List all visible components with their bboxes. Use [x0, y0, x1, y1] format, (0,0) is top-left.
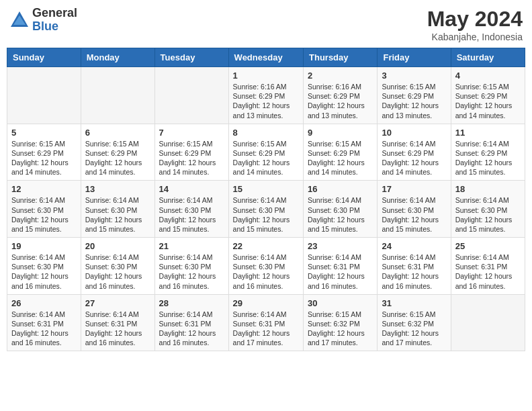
day-number: 25 — [455, 241, 521, 251]
day-content: Sunrise: 6:14 AM Sunset: 6:30 PM Dayligh… — [85, 195, 150, 234]
day-number: 27 — [85, 298, 150, 308]
calendar-week-row: 26Sunrise: 6:14 AM Sunset: 6:31 PM Dayli… — [7, 294, 525, 351]
weekday-header-friday: Friday — [378, 48, 451, 67]
day-content: Sunrise: 6:15 AM Sunset: 6:32 PM Dayligh… — [308, 310, 373, 348]
calendar-week-row: 19Sunrise: 6:14 AM Sunset: 6:30 PM Dayli… — [7, 238, 525, 295]
calendar-day-cell: 19Sunrise: 6:14 AM Sunset: 6:30 PM Dayli… — [7, 238, 81, 295]
day-content: Sunrise: 6:14 AM Sunset: 6:30 PM Dayligh… — [455, 195, 521, 234]
day-content: Sunrise: 6:14 AM Sunset: 6:30 PM Dayligh… — [11, 195, 77, 234]
calendar-day-cell: 14Sunrise: 6:14 AM Sunset: 6:30 PM Dayli… — [154, 181, 228, 238]
calendar-day-cell: 17Sunrise: 6:14 AM Sunset: 6:30 PM Dayli… — [378, 181, 451, 238]
empty-cell — [154, 67, 228, 124]
calendar-day-cell: 3Sunrise: 6:15 AM Sunset: 6:29 PM Daylig… — [378, 67, 451, 124]
calendar-day-cell: 10Sunrise: 6:14 AM Sunset: 6:29 PM Dayli… — [378, 124, 451, 181]
day-number: 18 — [455, 184, 521, 194]
calendar-day-cell: 31Sunrise: 6:15 AM Sunset: 6:32 PM Dayli… — [378, 294, 451, 351]
day-number: 10 — [382, 128, 446, 138]
calendar-day-cell: 16Sunrise: 6:14 AM Sunset: 6:30 PM Dayli… — [304, 181, 378, 238]
day-number: 31 — [382, 298, 446, 308]
day-number: 30 — [308, 298, 373, 308]
day-content: Sunrise: 6:14 AM Sunset: 6:31 PM Dayligh… — [11, 310, 77, 348]
day-number: 2 — [308, 71, 373, 81]
logo-general-text: General — [32, 7, 77, 20]
logo-text: General Blue — [32, 7, 77, 34]
day-content: Sunrise: 6:14 AM Sunset: 6:29 PM Dayligh… — [455, 139, 521, 177]
day-content: Sunrise: 6:14 AM Sunset: 6:31 PM Dayligh… — [233, 310, 299, 348]
day-content: Sunrise: 6:16 AM Sunset: 6:29 PM Dayligh… — [233, 82, 299, 120]
calendar-day-cell: 30Sunrise: 6:15 AM Sunset: 6:32 PM Dayli… — [304, 294, 378, 351]
day-number: 26 — [11, 298, 77, 308]
day-content: Sunrise: 6:16 AM Sunset: 6:29 PM Dayligh… — [308, 82, 373, 120]
day-number: 21 — [159, 241, 224, 251]
weekday-header-tuesday: Tuesday — [154, 48, 228, 67]
calendar-day-cell: 23Sunrise: 6:14 AM Sunset: 6:31 PM Dayli… — [304, 238, 378, 295]
empty-cell — [7, 67, 81, 124]
weekday-header-monday: Monday — [81, 48, 154, 67]
day-content: Sunrise: 6:14 AM Sunset: 6:31 PM Dayligh… — [455, 253, 521, 291]
empty-cell — [451, 294, 525, 351]
calendar-day-cell: 2Sunrise: 6:16 AM Sunset: 6:29 PM Daylig… — [304, 67, 378, 124]
day-number: 12 — [11, 184, 77, 194]
day-number: 1 — [233, 71, 299, 81]
calendar-day-cell: 29Sunrise: 6:14 AM Sunset: 6:31 PM Dayli… — [228, 294, 303, 351]
calendar-day-cell: 9Sunrise: 6:15 AM Sunset: 6:29 PM Daylig… — [304, 124, 378, 181]
calendar-day-cell: 6Sunrise: 6:15 AM Sunset: 6:29 PM Daylig… — [81, 124, 154, 181]
logo: General Blue — [9, 7, 77, 34]
month-title: May 2024 — [427, 7, 523, 32]
calendar-day-cell: 26Sunrise: 6:14 AM Sunset: 6:31 PM Dayli… — [7, 294, 81, 351]
calendar-day-cell: 12Sunrise: 6:14 AM Sunset: 6:30 PM Dayli… — [7, 181, 81, 238]
weekday-header-thursday: Thursday — [304, 48, 378, 67]
calendar-day-cell: 1Sunrise: 6:16 AM Sunset: 6:29 PM Daylig… — [228, 67, 303, 124]
day-number: 4 — [455, 71, 521, 81]
calendar-day-cell: 22Sunrise: 6:14 AM Sunset: 6:30 PM Dayli… — [228, 238, 303, 295]
location-subtitle: Kabanjahe, Indonesia — [427, 32, 523, 42]
day-number: 19 — [11, 241, 77, 251]
day-number: 22 — [233, 241, 299, 251]
calendar-week-row: 12Sunrise: 6:14 AM Sunset: 6:30 PM Dayli… — [7, 181, 525, 238]
day-number: 23 — [308, 241, 373, 251]
calendar-day-cell: 13Sunrise: 6:14 AM Sunset: 6:30 PM Dayli… — [81, 181, 154, 238]
calendar-day-cell: 4Sunrise: 6:15 AM Sunset: 6:29 PM Daylig… — [451, 67, 525, 124]
calendar-day-cell: 28Sunrise: 6:14 AM Sunset: 6:31 PM Dayli… — [154, 294, 228, 351]
calendar-week-row: 1Sunrise: 6:16 AM Sunset: 6:29 PM Daylig… — [7, 67, 525, 124]
day-content: Sunrise: 6:15 AM Sunset: 6:32 PM Dayligh… — [382, 310, 446, 348]
day-number: 15 — [233, 184, 299, 194]
calendar-week-row: 5Sunrise: 6:15 AM Sunset: 6:29 PM Daylig… — [7, 124, 525, 181]
weekday-header-saturday: Saturday — [451, 48, 525, 67]
day-content: Sunrise: 6:15 AM Sunset: 6:29 PM Dayligh… — [85, 139, 150, 177]
calendar-day-cell: 8Sunrise: 6:15 AM Sunset: 6:29 PM Daylig… — [228, 124, 303, 181]
day-content: Sunrise: 6:15 AM Sunset: 6:29 PM Dayligh… — [382, 82, 446, 120]
header: General Blue May 2024 Kabanjahe, Indones… — [7, 7, 525, 42]
calendar-day-cell: 5Sunrise: 6:15 AM Sunset: 6:29 PM Daylig… — [7, 124, 81, 181]
day-number: 14 — [159, 184, 224, 194]
day-content: Sunrise: 6:14 AM Sunset: 6:30 PM Dayligh… — [308, 195, 373, 234]
day-content: Sunrise: 6:14 AM Sunset: 6:30 PM Dayligh… — [382, 195, 446, 234]
day-number: 13 — [85, 184, 150, 194]
day-number: 9 — [308, 128, 373, 138]
day-number: 7 — [159, 128, 224, 138]
logo-icon — [9, 10, 30, 30]
day-number: 20 — [85, 241, 150, 251]
day-content: Sunrise: 6:14 AM Sunset: 6:30 PM Dayligh… — [233, 253, 299, 291]
day-content: Sunrise: 6:14 AM Sunset: 6:31 PM Dayligh… — [85, 310, 150, 348]
calendar-day-cell: 15Sunrise: 6:14 AM Sunset: 6:30 PM Dayli… — [228, 181, 303, 238]
day-content: Sunrise: 6:14 AM Sunset: 6:29 PM Dayligh… — [382, 139, 446, 177]
day-content: Sunrise: 6:14 AM Sunset: 6:31 PM Dayligh… — [159, 310, 224, 348]
day-content: Sunrise: 6:15 AM Sunset: 6:29 PM Dayligh… — [233, 139, 299, 177]
day-content: Sunrise: 6:15 AM Sunset: 6:29 PM Dayligh… — [11, 139, 77, 177]
day-number: 11 — [455, 128, 521, 138]
calendar-day-cell: 24Sunrise: 6:14 AM Sunset: 6:31 PM Dayli… — [378, 238, 451, 295]
day-content: Sunrise: 6:14 AM Sunset: 6:30 PM Dayligh… — [11, 253, 77, 291]
calendar-table: SundayMondayTuesdayWednesdayThursdayFrid… — [7, 48, 525, 351]
day-number: 17 — [382, 184, 446, 194]
empty-cell — [81, 67, 154, 124]
day-content: Sunrise: 6:14 AM Sunset: 6:31 PM Dayligh… — [308, 253, 373, 291]
weekday-header-wednesday: Wednesday — [228, 48, 303, 67]
day-content: Sunrise: 6:14 AM Sunset: 6:30 PM Dayligh… — [159, 195, 224, 234]
calendar-day-cell: 20Sunrise: 6:14 AM Sunset: 6:30 PM Dayli… — [81, 238, 154, 295]
day-number: 5 — [11, 128, 77, 138]
day-content: Sunrise: 6:15 AM Sunset: 6:29 PM Dayligh… — [159, 139, 224, 177]
day-number: 8 — [233, 128, 299, 138]
day-number: 6 — [85, 128, 150, 138]
day-number: 28 — [159, 298, 224, 308]
